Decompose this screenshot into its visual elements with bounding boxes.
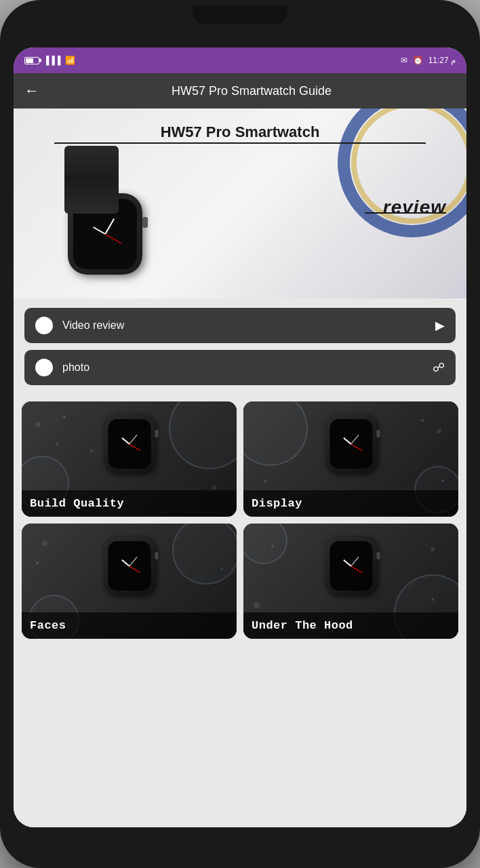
build-quality-card[interactable]: Build Quality	[22, 401, 237, 517]
splash-c3	[243, 401, 308, 466]
whatsapp-icon: ✉	[401, 56, 407, 65]
drop-2	[56, 442, 59, 446]
mini-watch-body-2	[325, 415, 376, 473]
drop-5	[264, 479, 267, 483]
mini-watch-crown-3	[155, 552, 158, 559]
scroll-content[interactable]: HW57 Pro Smartwatch	[14, 108, 466, 827]
battery-icon	[24, 57, 39, 64]
mini-watch-body-1	[104, 415, 155, 473]
splash-c5	[172, 524, 237, 585]
mini-watch-screen-3	[108, 541, 151, 591]
second-hand	[105, 234, 122, 244]
video-btn-circle	[35, 317, 53, 334]
star-1	[62, 415, 66, 419]
mini-watch-screen-2	[329, 419, 372, 469]
photo-icon: ☍	[433, 360, 445, 375]
mini-watch-screen-1	[108, 419, 151, 469]
hero-title-underline	[54, 142, 426, 144]
video-review-label: Video review	[62, 319, 426, 332]
splash-c1	[169, 401, 237, 469]
alarm-icon: ⏰	[413, 56, 423, 65]
hero-review-label: review	[383, 197, 446, 218]
mini-watch-body-3	[104, 537, 155, 595]
status-bar: ▐▐▐ 📶 ✉ ⏰ 11:27 م	[14, 47, 466, 73]
mini-watch-2	[325, 415, 376, 473]
build-quality-label: Build Quality	[22, 490, 237, 517]
faces-label: Faces	[22, 612, 237, 639]
star-5	[35, 561, 39, 565]
signal-bars-icon: ▐▐▐	[43, 56, 61, 65]
minute-hand	[104, 218, 114, 234]
phone-frame: ▐▐▐ 📶 ✉ ⏰ 11:27 م ← HW57 Pro Smartwatch …	[0, 0, 480, 868]
under-the-hood-card[interactable]: Under The Hood	[243, 524, 458, 639]
mini-watch-crown-1	[155, 430, 158, 437]
display-label: Display	[243, 490, 458, 517]
app-bar: ← HW57 Pro Smartwatch Guide	[14, 73, 466, 108]
drop-4	[437, 429, 441, 433]
drop-6	[42, 540, 47, 546]
drop-8	[431, 547, 435, 551]
drop-3	[212, 486, 216, 490]
clock-time: 11:27 م	[428, 56, 456, 65]
video-play-icon: ▶	[435, 318, 445, 333]
splash-c8	[243, 524, 287, 564]
faces-card[interactable]: Faces	[22, 524, 237, 639]
photo-label: photo	[62, 361, 423, 374]
phone-notch	[193, 5, 287, 24]
phone-screen: ▐▐▐ 📶 ✉ ⏰ 11:27 م ← HW57 Pro Smartwatch …	[14, 47, 466, 827]
back-button[interactable]: ←	[24, 82, 39, 100]
drop-7	[220, 568, 223, 570]
mini-watch-3	[104, 537, 155, 595]
star-2	[89, 449, 94, 453]
watch-band-bottom	[64, 176, 119, 214]
watch-illustration: THU14	[54, 146, 176, 281]
hour-hand	[93, 226, 105, 235]
mini-watch-crown-4	[376, 552, 380, 559]
action-buttons-container: Video review ▶ photo ☍	[14, 298, 466, 395]
hero-banner: HW57 Pro Smartwatch	[14, 108, 466, 298]
mini-watch-body-4	[325, 537, 376, 595]
drop-9	[254, 602, 260, 608]
review-arrow-line	[365, 212, 446, 214]
status-right: ✉ ⏰ 11:27 م	[401, 56, 456, 65]
drop-1	[35, 422, 41, 427]
wifi-icon: 📶	[65, 56, 75, 65]
grid-section: Build Quality	[14, 395, 466, 652]
video-review-button[interactable]: Video review ▶	[24, 308, 456, 343]
status-left: ▐▐▐ 📶	[24, 56, 75, 65]
watch-crown	[142, 217, 148, 228]
star-3	[420, 418, 424, 422]
mini-watch-1	[104, 415, 155, 473]
mini-watch-4	[325, 537, 376, 595]
mini-watch-screen-4	[329, 541, 372, 591]
photo-btn-circle	[35, 359, 53, 376]
hero-product-title: HW57 Pro Smartwatch	[14, 123, 466, 141]
page-title: HW57 Pro Smartwatch Guide	[47, 84, 456, 98]
display-card[interactable]: Display	[243, 401, 458, 517]
mini-watch-crown-2	[376, 430, 380, 437]
under-the-hood-label: Under The Hood	[243, 612, 458, 639]
photo-button[interactable]: photo ☍	[24, 350, 456, 385]
